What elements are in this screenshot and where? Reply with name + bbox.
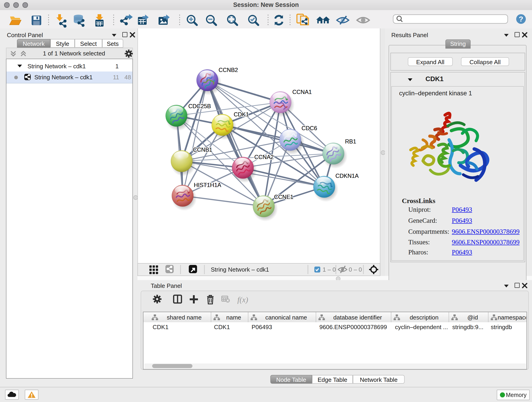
- svg-text:RB1: RB1: [345, 138, 356, 145]
- svg-text:0 – 0: 0 – 0: [349, 266, 362, 273]
- svg-text:CCNB2: CCNB2: [219, 67, 238, 73]
- svg-text:CDKN1A: CDKN1A: [336, 172, 359, 179]
- svg-text:CDC25B: CDC25B: [188, 103, 211, 109]
- svg-text:String Network – cdk1: String Network – cdk1: [211, 266, 269, 273]
- svg-text:1 – 0: 1 – 0: [323, 266, 336, 273]
- svg-text:CCNA1: CCNA1: [292, 89, 312, 95]
- svg-text:CDK1: CDK1: [234, 111, 249, 118]
- svg-text:CDC6: CDC6: [302, 125, 317, 131]
- svg-text:CCNB1: CCNB1: [193, 147, 212, 153]
- svg-text:HIST1H1A: HIST1H1A: [194, 182, 221, 188]
- svg-text:?: ?: [519, 15, 523, 23]
- svg-text:f(x): f(x): [237, 295, 248, 304]
- svg-text:CCNA2: CCNA2: [254, 154, 274, 160]
- svg-text:CCNE1: CCNE1: [274, 194, 293, 200]
